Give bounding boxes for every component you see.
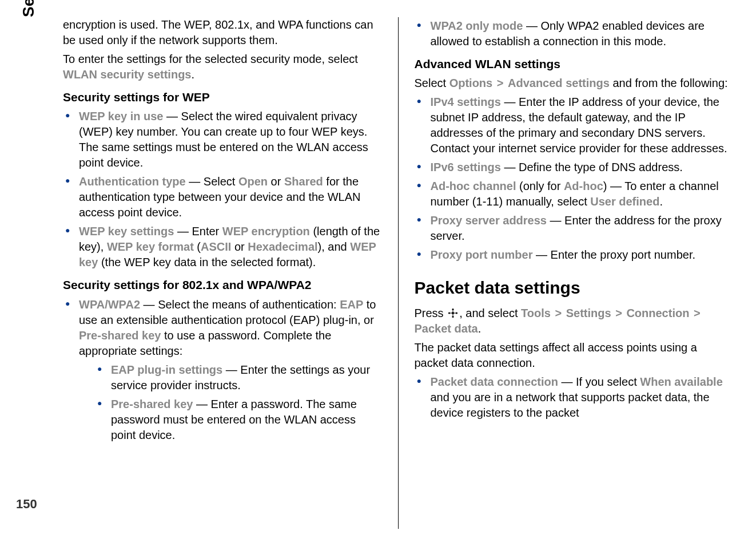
ui-option-wep-encryption: WEP encryption: [222, 225, 310, 238]
text: and from the following:: [610, 77, 728, 89]
text: encryption is used. The WEP, 802.1x, and…: [63, 18, 373, 46]
ui-option-when-available: When available: [640, 375, 723, 388]
ui-option-wep-key-in-use: WEP key in use: [79, 110, 163, 122]
ui-option-wlan-security-settings: WLAN security settings: [63, 68, 191, 81]
text: (: [194, 240, 201, 253]
text: , and select: [459, 307, 521, 319]
body-text: The packet data settings affect all acce…: [415, 340, 734, 371]
ui-option-adhoc-channel: Ad-hoc channel: [431, 180, 516, 192]
text: — Enter: [174, 225, 222, 238]
ui-option-ipv4-settings: IPv4 settings: [431, 96, 501, 108]
chevron-right-icon: >: [492, 77, 508, 89]
ui-option-pre-shared-key: Pre-shared key: [111, 398, 193, 410]
list: WPA/WPA2 — Select the means of authentic…: [63, 297, 382, 443]
text: — Select the means of authentication:: [140, 298, 340, 311]
ui-option-shared: Shared: [284, 175, 323, 188]
ui-option-advanced-settings: Advanced settings: [508, 77, 610, 89]
text: To enter the settings for the selected s…: [63, 53, 358, 65]
text: .: [191, 68, 194, 81]
ui-option-open: Open: [238, 175, 268, 188]
list: Packet data connection — If you select W…: [415, 374, 734, 421]
ui-option-connection: Connection: [626, 307, 689, 319]
list-item: Pre-shared key — Enter a password. The s…: [95, 397, 382, 443]
ui-option-hexadecimal: Hexadecimal: [248, 240, 317, 253]
chevron-right-icon: >: [551, 307, 566, 319]
list-item: WEP key settings — Enter WEP encryption …: [63, 224, 382, 270]
content-columns: encryption is used. The WEP, 802.1x, and…: [51, 0, 756, 546]
ui-option-ipv6-settings: IPv6 settings: [431, 161, 501, 173]
ui-option-proxy-server-address: Proxy server address: [431, 214, 547, 227]
list-item: Ad-hoc channel (only for Ad-hoc) — To en…: [415, 179, 734, 209]
ui-option-tools: Tools: [521, 307, 551, 319]
svg-point-2: [452, 316, 454, 318]
svg-point-1: [452, 308, 454, 310]
ui-option-wpa-wpa2: WPA/WPA2: [79, 298, 140, 311]
ui-option-wep-key-settings: WEP key settings: [79, 225, 174, 238]
menu-key-icon: [448, 307, 458, 317]
ui-option-proxy-port-number: Proxy port number: [431, 248, 533, 261]
list-item: EAP plug-in settings — Enter the setting…: [95, 362, 382, 393]
heading-advanced-wlan: Advanced WLAN settings: [415, 56, 734, 72]
body-text: Select Options > Advanced settings and f…: [415, 76, 734, 91]
text: and you are in a network that supports p…: [431, 391, 710, 419]
text: .: [659, 195, 663, 208]
text: Select: [415, 77, 449, 89]
text: — Select: [186, 175, 238, 188]
ui-option-adhoc: Ad-hoc: [564, 180, 603, 192]
ui-option-wep-key-format: WEP key format: [107, 240, 194, 253]
heading-packet-data-settings: Packet data settings: [415, 276, 734, 300]
body-text: To enter the settings for the selected s…: [63, 52, 382, 82]
text: .: [478, 322, 482, 335]
text: (the WEP key data in the selected format…: [98, 256, 316, 268]
text: or: [268, 175, 284, 188]
svg-point-3: [448, 312, 450, 314]
list-item: IPv4 settings — Enter the IP address of …: [415, 94, 734, 156]
body-text: Press , and select Tools > Settings > Co…: [415, 306, 734, 337]
list-item: Authentication type — Select Open or Sha…: [63, 174, 382, 220]
body-text: encryption is used. The WEP, 802.1x, and…: [63, 17, 382, 48]
list: IPv4 settings — Enter the IP address of …: [415, 94, 734, 263]
page: Settings 150 encryption is used. The WEP…: [0, 0, 756, 546]
list-item: WPA/WPA2 — Select the means of authentic…: [63, 297, 382, 443]
column-left: encryption is used. The WEP, 802.1x, and…: [63, 17, 398, 529]
ui-option-packet-data-connection: Packet data connection: [431, 375, 558, 388]
page-number: 150: [16, 497, 37, 512]
list-item: Proxy server address — Enter the address…: [415, 213, 734, 244]
sidebar: Settings 150: [0, 0, 51, 546]
sublist: EAP plug-in settings — Enter the setting…: [95, 362, 382, 443]
list-item: Packet data connection — If you select W…: [415, 374, 734, 421]
ui-option-eap-plugin-settings: EAP plug-in settings: [111, 363, 222, 376]
list-item: WEP key in use — Select the wired equiva…: [63, 109, 382, 171]
column-right: WPA2 only mode — Only WPA2 enabled devic…: [398, 17, 734, 529]
list: WPA2 only mode — Only WPA2 enabled devic…: [415, 18, 734, 49]
text: The packet data settings affect all acce…: [415, 341, 697, 369]
list-item: Proxy port number — Enter the proxy port…: [415, 247, 734, 263]
heading-security-wep: Security settings for WEP: [63, 89, 382, 105]
text: ), and: [318, 240, 351, 253]
ui-option-packet-data: Packet data: [415, 322, 478, 335]
list-item: IPv6 settings — Define the type of DNS a…: [415, 160, 734, 175]
heading-security-8021x-wpa: Security settings for 802.1x and WPA/WPA…: [63, 277, 382, 293]
ui-option-wpa2-only-mode: WPA2 only mode: [431, 19, 523, 32]
ui-option-authentication-type: Authentication type: [79, 175, 186, 188]
svg-point-4: [456, 312, 457, 314]
list: WEP key in use — Select the wired equiva…: [63, 109, 382, 270]
text: Press: [415, 307, 447, 319]
chevron-right-icon: >: [611, 307, 627, 319]
ui-option-eap: EAP: [340, 298, 363, 311]
text: or: [231, 240, 248, 253]
ui-option-pre-shared-key: Pre-shared key: [79, 329, 161, 342]
ui-option-user-defined: User defined: [590, 195, 659, 208]
list-item: WPA2 only mode — Only WPA2 enabled devic…: [415, 18, 734, 49]
text: — If you select: [558, 375, 640, 388]
ui-option-ascii: ASCII: [201, 240, 231, 253]
ui-option-options: Options: [449, 77, 493, 89]
chevron-right-icon: >: [689, 307, 701, 319]
text: — Define the type of DNS address.: [501, 161, 683, 173]
text: — Enter the proxy port number.: [532, 248, 695, 261]
text: (only for: [516, 180, 564, 192]
section-tab: Settings: [19, 0, 38, 17]
ui-option-settings: Settings: [566, 307, 611, 319]
